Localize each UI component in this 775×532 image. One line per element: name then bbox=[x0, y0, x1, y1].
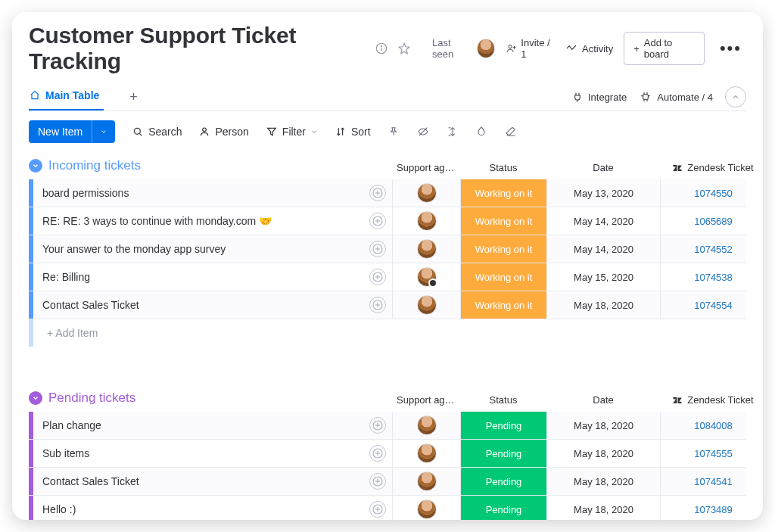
item-name-cell[interactable]: Contact Sales Ticket bbox=[29, 291, 392, 319]
zendesk-ticket-link[interactable]: 1074552 bbox=[694, 244, 733, 255]
zendesk-ticket-cell[interactable]: 1074538 bbox=[660, 263, 763, 291]
table-row[interactable]: Re: BillingWorking on itMay 15, 20201074… bbox=[29, 263, 746, 291]
date-cell[interactable]: May 18, 2020 bbox=[546, 468, 660, 495]
status-cell[interactable]: Working on it bbox=[460, 263, 546, 291]
open-item-button[interactable] bbox=[369, 501, 386, 518]
zendesk-ticket-cell[interactable]: 1065689 bbox=[660, 207, 763, 235]
info-icon[interactable] bbox=[375, 42, 388, 55]
table-row[interactable]: board permissionsWorking on itMay 13, 20… bbox=[29, 179, 746, 207]
column-header-date[interactable]: Date bbox=[546, 162, 660, 173]
search-button[interactable]: Search bbox=[132, 126, 182, 138]
status-cell[interactable]: Pending bbox=[460, 468, 546, 495]
add-item-input[interactable]: + Add Item bbox=[29, 319, 746, 347]
table-row[interactable]: RE: RE: 3 ways to continue with monday.c… bbox=[29, 207, 746, 235]
support-agent-cell[interactable] bbox=[392, 468, 460, 495]
status-cell[interactable]: Working on it bbox=[460, 291, 546, 319]
add-to-board-button[interactable]: + Add to board bbox=[624, 32, 705, 65]
column-header-zendesk[interactable]: Zendesk Ticket bbox=[660, 394, 763, 406]
hide-button[interactable] bbox=[416, 126, 430, 138]
item-name-cell[interactable]: Contact Sales Ticket bbox=[29, 468, 392, 495]
integrate-button[interactable]: Integrate bbox=[571, 91, 627, 103]
support-agent-cell[interactable] bbox=[392, 179, 460, 207]
item-name-cell[interactable]: Your answer to the monday app survey bbox=[29, 235, 392, 263]
status-cell[interactable]: Working on it bbox=[460, 179, 546, 207]
open-item-button[interactable] bbox=[369, 185, 386, 201]
last-seen[interactable]: Last seen bbox=[432, 37, 495, 60]
open-item-button[interactable] bbox=[369, 241, 386, 257]
item-name-cell[interactable]: board permissions bbox=[29, 179, 392, 207]
activity-button[interactable]: Activity bbox=[565, 42, 613, 54]
star-icon[interactable] bbox=[397, 42, 411, 55]
zendesk-ticket-link[interactable]: 1074550 bbox=[694, 188, 733, 199]
group-title[interactable]: Pending tickets bbox=[48, 390, 135, 406]
open-item-button[interactable] bbox=[369, 445, 386, 462]
date-cell[interactable]: May 15, 2020 bbox=[546, 263, 660, 291]
zendesk-ticket-cell[interactable]: 1073489 bbox=[660, 496, 763, 520]
support-agent-cell[interactable] bbox=[392, 412, 460, 439]
table-row[interactable]: Your answer to the monday app surveyWork… bbox=[29, 235, 746, 263]
item-name-cell[interactable]: RE: RE: 3 ways to continue with monday.c… bbox=[29, 207, 392, 235]
date-cell[interactable]: May 13, 2020 bbox=[546, 179, 660, 207]
group-title[interactable]: Incoming tickets bbox=[48, 158, 141, 173]
status-cell[interactable]: Pending bbox=[460, 440, 546, 467]
filter-button[interactable]: Filter bbox=[266, 126, 318, 138]
column-header-support-agent[interactable]: Support age… bbox=[392, 394, 460, 406]
table-row[interactable]: Plan changePendingMay 18, 20201084008 bbox=[29, 412, 746, 440]
zendesk-ticket-link[interactable]: 1074538 bbox=[694, 272, 733, 283]
open-item-button[interactable] bbox=[369, 269, 386, 285]
date-cell[interactable]: May 14, 2020 bbox=[546, 207, 660, 235]
table-row[interactable]: Hello :)PendingMay 18, 20201073489 bbox=[29, 496, 746, 520]
tab-main-table[interactable]: Main Table bbox=[29, 83, 104, 110]
support-agent-cell[interactable] bbox=[392, 291, 460, 319]
height-button[interactable] bbox=[447, 126, 459, 138]
open-item-button[interactable] bbox=[369, 213, 386, 229]
column-header-zendesk[interactable]: Zendesk Ticket bbox=[660, 162, 763, 173]
zendesk-ticket-cell[interactable]: 1074552 bbox=[660, 235, 763, 263]
open-item-button[interactable] bbox=[369, 297, 386, 313]
table-row[interactable]: Contact Sales TicketPendingMay 18, 20201… bbox=[29, 468, 746, 496]
zendesk-ticket-link[interactable]: 1074555 bbox=[694, 448, 733, 459]
zendesk-ticket-link[interactable]: 1074541 bbox=[694, 476, 733, 487]
date-cell[interactable]: May 18, 2020 bbox=[546, 291, 660, 319]
new-item-button[interactable]: New Item bbox=[29, 120, 115, 143]
zendesk-ticket-cell[interactable]: 1074554 bbox=[660, 291, 763, 319]
erase-button[interactable] bbox=[504, 126, 518, 138]
support-agent-cell[interactable] bbox=[392, 235, 460, 263]
date-cell[interactable]: May 18, 2020 bbox=[546, 440, 660, 467]
zendesk-ticket-link[interactable]: 1073489 bbox=[694, 504, 733, 515]
column-header-status[interactable]: Status bbox=[460, 162, 546, 173]
new-item-dropdown[interactable] bbox=[92, 120, 115, 143]
table-row[interactable]: Contact Sales TicketWorking on itMay 18,… bbox=[29, 291, 746, 319]
item-name-cell[interactable]: Re: Billing bbox=[29, 263, 392, 291]
date-cell[interactable]: May 14, 2020 bbox=[546, 235, 660, 263]
support-agent-cell[interactable] bbox=[392, 207, 460, 235]
zendesk-ticket-link[interactable]: 1065689 bbox=[694, 216, 733, 227]
item-name-cell[interactable]: Hello :) bbox=[29, 496, 392, 520]
table-row[interactable]: Sub itemsPendingMay 18, 20201074555 bbox=[29, 440, 746, 468]
column-header-date[interactable]: Date bbox=[546, 394, 660, 406]
date-cell[interactable]: May 18, 2020 bbox=[546, 412, 660, 439]
column-header-status[interactable]: Status bbox=[460, 394, 546, 406]
zendesk-ticket-cell[interactable]: 1074555 bbox=[660, 440, 763, 467]
zendesk-ticket-link[interactable]: 1074554 bbox=[694, 300, 733, 311]
automate-button[interactable]: Automate / 4 bbox=[639, 91, 713, 103]
group-collapse-toggle[interactable] bbox=[29, 391, 42, 405]
invite-button[interactable]: Invite / 1 bbox=[506, 37, 555, 60]
status-cell[interactable]: Working on it bbox=[460, 207, 546, 235]
date-cell[interactable]: May 18, 2020 bbox=[546, 496, 660, 520]
zendesk-ticket-cell[interactable]: 1074541 bbox=[660, 468, 763, 495]
collapse-header-button[interactable] bbox=[725, 86, 746, 107]
zendesk-ticket-cell[interactable]: 1074550 bbox=[660, 179, 763, 207]
pin-button[interactable] bbox=[388, 126, 400, 138]
open-item-button[interactable] bbox=[369, 473, 386, 490]
zendesk-ticket-cell[interactable]: 1084008 bbox=[660, 412, 763, 439]
person-filter-button[interactable]: Person bbox=[198, 126, 248, 138]
more-menu-button[interactable]: ••• bbox=[715, 39, 746, 58]
column-header-support-agent[interactable]: Support age… bbox=[392, 162, 460, 173]
item-name-cell[interactable]: Plan change bbox=[29, 412, 392, 439]
color-button[interactable] bbox=[475, 126, 487, 138]
status-cell[interactable]: Working on it bbox=[460, 235, 546, 263]
sort-button[interactable]: Sort bbox=[335, 126, 371, 138]
support-agent-cell[interactable] bbox=[392, 440, 460, 467]
zendesk-ticket-link[interactable]: 1084008 bbox=[694, 420, 733, 431]
